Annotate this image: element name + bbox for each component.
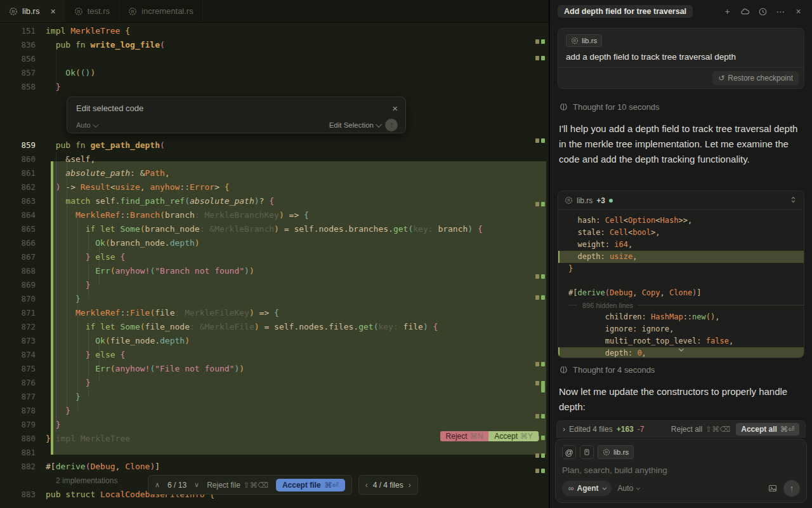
code-line[interactable]: 881 — [0, 446, 549, 460]
code-preview-card: R lib.rs +3 hash: Cell<Option<Hash>>, st… — [558, 190, 804, 358]
code-line[interactable]: 862 ) -> Result<usize, anyhow::Error> { — [0, 180, 549, 194]
code-line[interactable]: 870 } — [0, 292, 549, 306]
expand-icon[interactable] — [789, 196, 797, 206]
accept-hunk-button[interactable]: Accept⌘Y — [488, 431, 539, 441]
scroll-down-icon[interactable] — [677, 345, 686, 357]
line-number: 151 — [0, 24, 46, 38]
prev-diff-button[interactable]: ∧ — [155, 481, 160, 489]
close-tab-icon[interactable]: × — [50, 6, 55, 17]
code-line[interactable]: 871 MerkleRef::File(file: MerkleFileKey)… — [0, 306, 549, 320]
diff-navigation-bar: ∧ 6 / 13 ∨ Reject file⇧⌘⌫ Accept file⌘⏎ … — [148, 475, 418, 495]
thought-toggle-1[interactable]: Thought for 10 seconds — [559, 102, 660, 112]
code-line[interactable]: 878 } — [0, 404, 549, 418]
tab-lib-rs[interactable]: R lib.rs × — [0, 0, 65, 22]
line-number: 866 — [0, 236, 46, 250]
hunk-actions: Reject⌘N Accept⌘Y — [440, 431, 539, 441]
code-line[interactable]: 869 } — [0, 278, 549, 292]
model-dropdown[interactable]: Auto — [618, 484, 639, 493]
context-file-chip[interactable]: R lib.rs — [566, 34, 602, 47]
close-panel-icon[interactable]: × — [792, 6, 804, 18]
code-line[interactable]: 860 &self, — [0, 152, 549, 166]
attach-file-icon[interactable] — [580, 445, 594, 459]
line-number: 875 — [0, 362, 46, 376]
diff-scroll-mark — [535, 362, 539, 366]
code-line[interactable]: 865 if let Some(branch_node: &MerkleBran… — [0, 222, 549, 236]
code-line[interactable]: 857 Ok(()) — [0, 66, 549, 80]
edit-selection-dropdown[interactable]: Edit Selection — [329, 121, 380, 129]
preview-code-line: ignore: ignore, — [558, 323, 804, 335]
composer-input[interactable]: Plan, search, build anything — [562, 465, 800, 475]
accept-all-button[interactable]: Accept all⌘⏎ — [736, 423, 799, 436]
mode-dropdown[interactable]: Auto — [76, 121, 97, 129]
new-chat-icon[interactable]: + — [721, 6, 733, 18]
diff-scroll-mark — [541, 362, 545, 366]
reject-all-button[interactable]: Reject all⇧⌘⌫ — [671, 425, 730, 434]
cloud-icon[interactable] — [739, 6, 751, 18]
code-line[interactable]: 858 } — [0, 80, 549, 94]
next-diff-button[interactable]: ∨ — [194, 481, 199, 489]
attach-image-icon[interactable] — [768, 483, 778, 493]
chat-composer[interactable]: @ R lib.rs Plan, search, build anything … — [555, 439, 807, 503]
code-line[interactable]: 873 Ok(file_node.depth) — [0, 334, 549, 348]
files-counter: 4 / 4 files — [373, 481, 403, 490]
code-card-header[interactable]: R lib.rs +3 — [558, 191, 804, 210]
code-line[interactable]: 882#[derive(Debug, Clone)] — [0, 460, 549, 474]
code-line[interactable]: 864 MerkleRef::Branch(branch: MerkleBran… — [0, 208, 549, 222]
line-number: 873 — [0, 334, 46, 348]
next-file-button[interactable]: › — [409, 481, 411, 490]
reject-file-button[interactable]: Reject file⇧⌘⌫ — [207, 481, 268, 490]
tab-incremental-rs[interactable]: R incremental.rs — [119, 0, 203, 22]
code-line[interactable]: 866 Ok(branch_node.depth) — [0, 236, 549, 250]
submit-edit-button[interactable]: ↑ — [385, 119, 398, 131]
accept-file-button[interactable]: Accept file⌘⏎ — [276, 479, 345, 491]
line-number: 879 — [0, 418, 46, 432]
code-line[interactable]: 877 } — [0, 390, 549, 404]
more-options-icon[interactable]: ⋯ — [775, 6, 787, 18]
thread-title[interactable]: Add depth field for tree traversal — [558, 5, 693, 18]
code-lines-top: 151impl MerkleTree {836 pub fn write_log… — [0, 24, 549, 94]
code-line[interactable]: 868 Err(anyhow!("Branch not found")) — [0, 264, 549, 278]
restore-checkpoint-button[interactable]: ↺ Restore checkpoint — [712, 71, 799, 85]
code-line[interactable]: 863 match self.find_path_ref(absolute_pa… — [0, 194, 549, 208]
code-line[interactable]: 836 pub fn write_log_file( — [0, 38, 549, 52]
code-line[interactable]: 876 } — [0, 376, 549, 390]
line-number: 871 — [0, 306, 46, 320]
code-line[interactable]: 151impl MerkleTree { — [0, 24, 549, 38]
code-line[interactable]: 874 } else { — [0, 348, 549, 362]
thought-toggle-2[interactable]: Thought for 4 seconds — [559, 365, 655, 375]
tab-label: lib.rs — [22, 6, 39, 16]
hidden-lines-divider[interactable]: 896 hidden lines — [558, 299, 804, 311]
diff-scroll-mark — [541, 202, 545, 206]
assistant-text: I'll help you add a depth field to track… — [559, 121, 804, 167]
code-line[interactable]: 861 absolute_path: &Path, — [0, 166, 549, 180]
tab-test-rs[interactable]: R test.rs — [65, 0, 119, 22]
line-number: 857 — [0, 66, 46, 80]
code-line[interactable]: 872 if let Some(file_node: &MerkleFile) … — [0, 320, 549, 334]
code-line[interactable]: 875 Err(anyhow!("File not found")) — [0, 362, 549, 376]
edited-files-summary[interactable]: Edited 4 files — [569, 425, 613, 434]
code-line[interactable]: 879 } — [0, 418, 549, 432]
preview-code-line: } — [558, 263, 804, 275]
prev-file-button[interactable]: ‹ — [365, 481, 368, 490]
close-icon[interactable]: × — [392, 103, 398, 114]
undo-icon: ↺ — [718, 74, 724, 83]
send-button[interactable]: ↑ — [783, 480, 800, 497]
expand-review-icon[interactable]: › — [563, 425, 565, 434]
diff-scroll-mark — [541, 274, 545, 279]
diff-scroll-mark — [535, 39, 539, 44]
code-line[interactable]: 859 pub fn get_path_depth( — [0, 138, 549, 152]
preview-code-line: #[derive(Debug, Copy, Clone)] — [558, 287, 804, 299]
context-file-chip[interactable]: R lib.rs — [598, 445, 634, 459]
history-icon[interactable] — [757, 6, 769, 18]
inline-edit-popup: Edit selected code × Auto Edit Selection… — [67, 97, 406, 133]
rust-file-icon: R — [565, 196, 573, 204]
reject-hunk-button[interactable]: Reject⌘N — [440, 431, 489, 441]
diff-scroll-mark — [541, 453, 545, 458]
mention-button[interactable]: @ — [562, 445, 576, 459]
code-line[interactable]: 867 } else { — [0, 250, 549, 264]
agent-mode-dropdown[interactable]: ∞ Agent — [562, 481, 612, 496]
line-number: 882 — [0, 460, 46, 474]
added-lines-badge: +3 — [596, 196, 605, 205]
line-number: 862 — [0, 180, 46, 194]
code-line[interactable]: 856 — [0, 52, 549, 66]
